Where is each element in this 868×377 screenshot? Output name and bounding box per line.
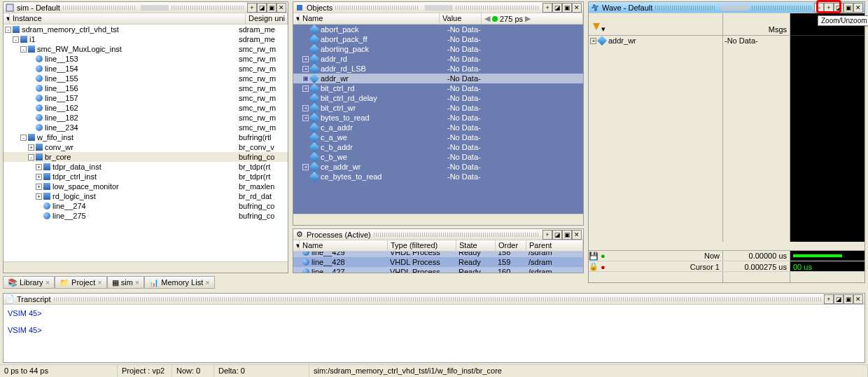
object-row[interactable]: c_a_we-No Data-: [293, 132, 583, 142]
wave-names-hscroll[interactable]: [589, 272, 723, 282]
run-icon[interactable]: ●: [601, 252, 606, 260]
tab-project[interactable]: 📁Project×: [55, 276, 107, 289]
dock-button[interactable]: ◪: [552, 230, 562, 240]
object-row[interactable]: c_a_addr-No Data-: [293, 123, 583, 132]
grip[interactable]: [63, 6, 136, 10]
transcript-body[interactable]: VSIM 45>VSIM 45>: [4, 305, 864, 362]
tree-row[interactable]: line__156smc_rw_m: [4, 83, 288, 93]
minus-button[interactable]: −: [814, 3, 824, 13]
tree-row[interactable]: -w_fifo_instbufring(rtl: [4, 132, 288, 142]
expand-toggle[interactable]: +: [36, 174, 42, 180]
expand-toggle[interactable]: +: [302, 66, 309, 72]
tree-row[interactable]: line__154smc_rw_m: [4, 64, 288, 74]
col-value[interactable]: Value: [440, 13, 482, 24]
tab-sim[interactable]: ▦sim×: [107, 276, 145, 289]
expand-toggle[interactable]: -: [20, 46, 27, 53]
grip3[interactable]: [456, 6, 540, 10]
time-next-icon[interactable]: ▶: [525, 14, 531, 23]
process-row[interactable]: line__427VHDL ProcessReady160/sdram: [293, 267, 583, 273]
col-toggle[interactable]: ▾: [293, 240, 300, 251]
object-row[interactable]: c_b_addr-No Data-: [293, 142, 583, 152]
tree-row[interactable]: line__234smc_rw_m: [4, 123, 288, 132]
expand-toggle[interactable]: +: [302, 85, 309, 92]
wave-plot[interactable]: [790, 13, 864, 242]
stop-icon[interactable]: ●: [601, 263, 606, 271]
grip[interactable]: [335, 6, 419, 10]
add-button[interactable]: +: [542, 3, 552, 13]
sim-hscroll[interactable]: [4, 261, 288, 273]
object-row[interactable]: ce_bytes_to_read-No Data-: [293, 172, 583, 181]
process-row[interactable]: line__429VHDL ProcessReady158/sdram: [293, 252, 583, 257]
time-prev-icon[interactable]: ◀: [484, 14, 490, 23]
maximize-button[interactable]: ▣: [562, 230, 572, 240]
tab-library[interactable]: 📚Library×: [3, 276, 55, 289]
maximize-button[interactable]: ▣: [844, 294, 853, 304]
object-row[interactable]: +bit_ctrl_wr-No Data-: [293, 103, 583, 113]
expand-toggle[interactable]: +: [36, 184, 42, 190]
col-pstate[interactable]: State: [456, 240, 496, 251]
maximize-button[interactable]: ▣: [844, 3, 853, 13]
col-design[interactable]: Design uni: [246, 13, 288, 24]
object-row[interactable]: +addr_rd_LSB-No Data-: [293, 64, 583, 74]
col-instance[interactable]: Instance: [10, 13, 246, 24]
objects-list[interactable]: abort_pack-No Data-abort_pack_ff-No Data…: [293, 25, 583, 225]
tree-row[interactable]: +conv_wrbr_conv_v: [4, 142, 288, 152]
expand-toggle[interactable]: +: [302, 164, 309, 170]
tree-row[interactable]: +tdpr_ctrl_instbr_tdpr(rt: [4, 172, 288, 181]
expand-toggle[interactable]: +: [36, 193, 42, 200]
tree-row[interactable]: +tdpr_data_instbr_tdpr(rt: [4, 162, 288, 172]
maximize-button[interactable]: ▣: [562, 3, 572, 13]
col-toggle[interactable]: ▾: [293, 13, 300, 24]
wave-signal-row[interactable]: + addr_wr: [589, 36, 722, 46]
grip[interactable]: [374, 233, 540, 237]
col-pparent[interactable]: Parent: [526, 240, 583, 251]
object-row[interactable]: aborting_pack-No Data-: [293, 44, 583, 54]
close-button[interactable]: ✕: [853, 294, 863, 304]
object-row[interactable]: +addr_wr-No Data-: [293, 74, 583, 83]
col-toggle[interactable]: ▾: [4, 13, 10, 24]
col-pname[interactable]: Name: [300, 240, 388, 251]
objects-hscroll[interactable]: [293, 214, 583, 225]
tab-close-icon[interactable]: ×: [135, 278, 139, 287]
grip2[interactable]: [141, 5, 169, 11]
tree-row[interactable]: line__182smc_rw_m: [4, 113, 288, 123]
tree-row[interactable]: +rd_logic_instbr_rd_dat: [4, 191, 288, 201]
object-row[interactable]: c_b_we-No Data-: [293, 152, 583, 162]
object-row[interactable]: abort_pack-No Data-: [293, 25, 583, 34]
expand-toggle[interactable]: -: [5, 27, 11, 33]
expand-toggle[interactable]: +: [28, 144, 34, 151]
procs-list[interactable]: line__429VHDL ProcessReady158/sdramline_…: [293, 252, 583, 273]
wave-vals-hscroll[interactable]: [723, 272, 790, 282]
tree-row[interactable]: line__274bufring_co: [4, 201, 288, 211]
tab-close-icon[interactable]: ×: [205, 278, 209, 287]
close-button[interactable]: ✕: [572, 3, 582, 13]
tree-row[interactable]: -i1sdram_me: [4, 34, 288, 44]
object-row[interactable]: bit_ctrl_rd_delay-No Data-: [293, 93, 583, 103]
grip[interactable]: [655, 6, 715, 10]
tree-row[interactable]: -sdram_memory_ctrl_vhd_tstsdram_me: [4, 25, 288, 34]
grip2[interactable]: [721, 5, 749, 11]
col-ptype[interactable]: Type (filtered): [388, 240, 456, 251]
dock-button[interactable]: ◪: [834, 294, 844, 304]
tree-row[interactable]: +low_space_monitorbr_maxlen: [4, 181, 288, 191]
grip[interactable]: [54, 297, 822, 301]
tree-row[interactable]: line__157smc_rw_m: [4, 93, 288, 103]
expand-toggle[interactable]: +: [302, 56, 309, 62]
add-button[interactable]: +: [542, 230, 552, 240]
expand-toggle[interactable]: -: [28, 154, 34, 160]
wave-plot-hscroll[interactable]: [790, 272, 864, 282]
tab-close-icon[interactable]: ×: [46, 278, 50, 287]
expand-toggle[interactable]: +: [302, 76, 309, 82]
expand-toggle[interactable]: +: [302, 115, 309, 121]
tree-row[interactable]: -br_corebufring_co: [4, 152, 288, 162]
tree-row[interactable]: line__153smc_rw_m: [4, 54, 288, 64]
object-row[interactable]: abort_pack_ff-No Data-: [293, 34, 583, 44]
grip2[interactable]: [425, 5, 453, 11]
expand-toggle[interactable]: -: [20, 135, 27, 141]
dock-button[interactable]: ◪: [257, 3, 267, 13]
add-button[interactable]: +: [824, 3, 834, 13]
tab-close-icon[interactable]: ×: [97, 278, 102, 287]
object-row[interactable]: +bit_ctrl_rd-No Data-: [293, 83, 583, 93]
object-row[interactable]: +addr_rd-No Data-: [293, 54, 583, 64]
tab-memory-list[interactable]: 📊Memory List×: [144, 276, 214, 289]
